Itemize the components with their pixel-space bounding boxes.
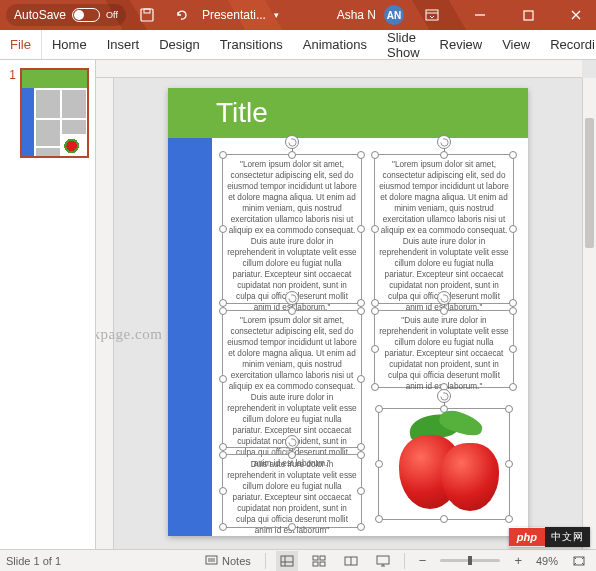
slide-counter: Slide 1 of 1	[6, 555, 61, 567]
title-dropdown-icon[interactable]: ▾	[274, 10, 279, 20]
work-area: 1 @thegeekpage.com Title "Lorem ipsum do…	[0, 60, 596, 549]
rotate-handle-icon[interactable]	[437, 389, 451, 403]
rotate-handle-icon[interactable]	[285, 135, 299, 149]
reading-view-icon	[344, 555, 358, 567]
maximize-icon	[523, 10, 534, 21]
status-bar: Slide 1 of 1 Notes − + 49%	[0, 549, 596, 571]
ribbon-tabs: File Home Insert Design Transitions Anim…	[0, 30, 596, 60]
fit-icon	[572, 555, 586, 567]
sorter-view-icon	[312, 555, 326, 567]
user-avatar[interactable]: AN	[384, 5, 404, 25]
zoom-out-button[interactable]: −	[415, 553, 431, 568]
slide-title-box[interactable]: Title	[168, 88, 528, 138]
slide-thumbnail-pane[interactable]: 1	[0, 60, 96, 549]
undo-icon	[174, 8, 188, 22]
slideshow-view-icon	[376, 555, 390, 567]
svg-rect-9	[320, 562, 325, 566]
svg-rect-1	[144, 9, 150, 13]
minimize-icon	[474, 9, 486, 21]
tab-view[interactable]: View	[492, 30, 540, 59]
rotate-handle-icon[interactable]	[437, 291, 451, 305]
undo-button[interactable]	[168, 2, 194, 28]
textbox-right-1[interactable]: "Lorem ipsum dolor sit amet, consectetur…	[374, 154, 514, 304]
thumbnail-preview[interactable]	[20, 68, 89, 158]
textbox-left-3[interactable]: Duis aute irure dolor in reprehenderit i…	[222, 454, 362, 528]
tab-insert[interactable]: Insert	[97, 30, 150, 59]
close-icon	[570, 9, 582, 21]
svg-rect-5	[281, 556, 293, 566]
vertical-scrollbar[interactable]	[582, 78, 596, 549]
textbox-left-1[interactable]: "Lorem ipsum dolor sit amet, consectetur…	[222, 154, 362, 304]
autosave-state: Off	[106, 10, 118, 20]
ribbon-display-button[interactable]	[412, 0, 452, 30]
zoom-slider[interactable]	[440, 559, 500, 562]
zoom-in-button[interactable]: +	[510, 553, 526, 568]
thumbnail-number: 1	[6, 68, 16, 158]
tab-recording[interactable]: Recordi	[540, 30, 596, 59]
svg-rect-7	[320, 556, 325, 560]
sorter-view-button[interactable]	[308, 551, 330, 571]
slide-sidebar	[168, 138, 212, 536]
slideshow-view-button[interactable]	[372, 551, 394, 571]
close-button[interactable]	[556, 0, 596, 30]
rotate-handle-icon[interactable]	[285, 435, 299, 449]
tab-transitions[interactable]: Transitions	[210, 30, 293, 59]
image-strawberry[interactable]	[378, 408, 510, 520]
svg-rect-0	[141, 9, 153, 21]
maximize-button[interactable]	[508, 0, 548, 30]
minimize-button[interactable]	[460, 0, 500, 30]
slide-editor[interactable]: @thegeekpage.com Title "Lorem ipsum dolo…	[96, 60, 596, 549]
strawberry-icon	[379, 409, 509, 519]
svg-rect-3	[524, 11, 533, 20]
tab-home[interactable]: Home	[42, 30, 97, 59]
scrollbar-thumb[interactable]	[585, 118, 594, 248]
svg-rect-8	[313, 562, 318, 566]
thumbnail-item[interactable]: 1	[6, 68, 89, 158]
tab-design[interactable]: Design	[149, 30, 209, 59]
user-name: Asha N	[337, 8, 376, 22]
tab-file[interactable]: File	[0, 30, 42, 59]
php-badge: php 中文网	[509, 527, 590, 547]
svg-rect-11	[377, 556, 389, 564]
save-icon	[140, 8, 154, 22]
save-button[interactable]	[134, 2, 160, 28]
ribbon-display-icon	[425, 9, 439, 21]
vertical-ruler	[96, 78, 114, 549]
tab-animations[interactable]: Animations	[293, 30, 377, 59]
notes-button[interactable]: Notes	[201, 550, 255, 572]
zoom-value[interactable]: 49%	[536, 555, 558, 567]
textbox-right-2[interactable]: "Duis aute irure dolor in reprehenderit …	[374, 310, 514, 388]
autosave-label: AutoSave	[14, 8, 66, 22]
normal-view-icon	[280, 555, 294, 567]
rotate-handle-icon[interactable]	[285, 291, 299, 305]
svg-rect-6	[313, 556, 318, 560]
horizontal-ruler	[96, 60, 582, 78]
toggle-off-icon	[72, 8, 100, 22]
autosave-toggle[interactable]: AutoSave Off	[6, 4, 126, 26]
normal-view-button[interactable]	[276, 551, 298, 571]
window-titlebar: AutoSave Off Presentati... ▾ Asha N AN	[0, 0, 596, 30]
document-title: Presentati...	[202, 8, 266, 22]
slide-canvas[interactable]: Title "Lorem ipsum dolor sit amet, conse…	[168, 88, 528, 536]
textbox-left-2[interactable]: "Lorem ipsum dolor sit amet, consectetur…	[222, 310, 362, 448]
tab-slide-show[interactable]: Slide Show	[377, 30, 430, 59]
tab-review[interactable]: Review	[430, 30, 493, 59]
rotate-handle-icon[interactable]	[437, 135, 451, 149]
fit-to-window-button[interactable]	[568, 551, 590, 571]
notes-icon	[205, 555, 218, 567]
svg-rect-4	[206, 556, 217, 564]
reading-view-button[interactable]	[340, 551, 362, 571]
